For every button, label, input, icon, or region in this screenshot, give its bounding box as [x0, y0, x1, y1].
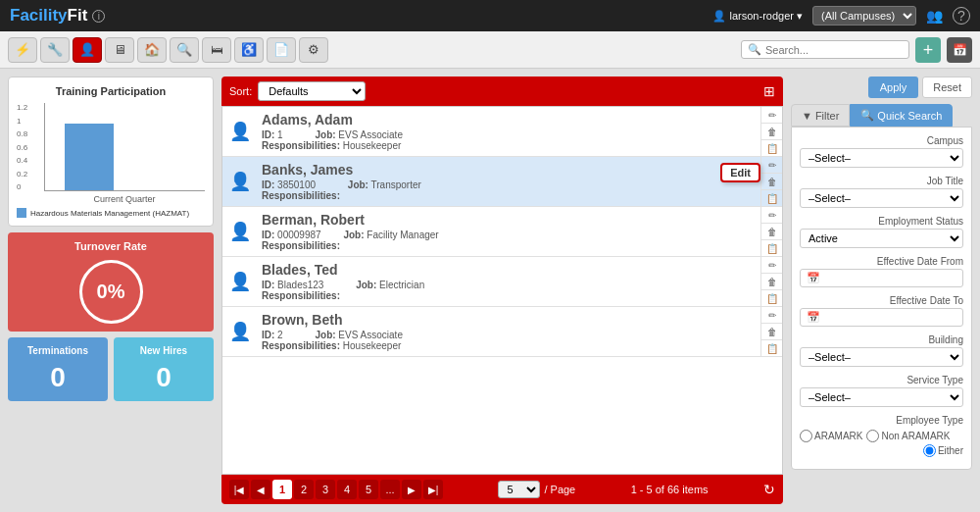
campus-select[interactable]: (All Campuses) [812, 6, 916, 26]
job-title-filter-select[interactable]: –Select– [800, 188, 963, 208]
service-type-select[interactable]: –Select– [800, 387, 963, 407]
edit-action-btn[interactable]: ✏ [761, 207, 782, 224]
effective-date-from-field: Effective Date From 📅 [800, 256, 963, 287]
first-page-btn[interactable]: |◀ [229, 480, 249, 499]
help-icon[interactable]: ? [953, 7, 970, 25]
turnover-card: Turnover Rate 0% [8, 232, 214, 332]
table-row: 👤 Adams, Adam ID: 1 Job: EVS Associate R… [222, 107, 782, 157]
add-button[interactable]: + [915, 37, 941, 63]
page-1-btn[interactable]: 1 [272, 480, 292, 499]
reset-button[interactable]: Reset [922, 77, 972, 98]
main-area: Training Participation 1.2 1 0.8 0.6 0.4… [0, 69, 980, 512]
apply-button[interactable]: Apply [868, 77, 919, 98]
employee-avatar: 👤 [222, 307, 258, 356]
toolbar-home-btn[interactable]: 🏠 [137, 37, 167, 63]
toolbar: ⚡ 🔧 👤 🖥 🏠 🔍 🛏 ♿ 📄 ⚙ 🔍 + 📅 [0, 31, 980, 69]
tab-quick-search[interactable]: 🔍 Quick Search [850, 104, 953, 127]
delete-action-btn[interactable]: 🗑 [761, 324, 782, 340]
chart-x-label: Current Quarter [44, 194, 205, 204]
more-action-btn[interactable]: 📋 [761, 340, 782, 356]
building-filter-field: Building –Select– [800, 334, 963, 367]
table-row: 👤 Banks, James ID: 3850100 Job: Transpor… [222, 157, 782, 207]
more-action-btn[interactable]: 📋 [761, 240, 782, 256]
more-action-btn[interactable]: 📋 [761, 140, 782, 156]
sort-area: Sort: Defaults [229, 81, 366, 101]
more-action-btn[interactable]: 📋 [761, 290, 782, 306]
delete-action-btn[interactable]: 🗑 [761, 174, 782, 190]
delete-action-btn[interactable]: 🗑 [761, 124, 782, 140]
calendar-button[interactable]: 📅 [947, 37, 972, 63]
sort-select[interactable]: Defaults [258, 81, 366, 101]
page-2-btn[interactable]: 2 [294, 480, 314, 499]
toolbar-tools-btn[interactable]: 🔧 [40, 37, 70, 63]
toolbar-gear-btn[interactable]: ⚙ [299, 37, 328, 63]
last-page-btn[interactable]: ▶| [423, 480, 443, 499]
employee-action-buttons: ✏ 🗑 📋 [760, 157, 782, 206]
page-dots-btn[interactable]: ... [380, 480, 400, 499]
tab-filter[interactable]: ▼ Filter [791, 104, 850, 127]
edit-action-btn[interactable]: ✏ [761, 307, 782, 324]
filter-body: Campus –Select– Job Title –Select– Emplo… [791, 127, 972, 470]
turnover-label: Turnover Rate [16, 240, 206, 252]
employee-type-filter-field: Employee Type ARAMARK Non ARAMARK Either [800, 415, 963, 457]
delete-action-btn[interactable]: 🗑 [761, 274, 782, 290]
page-5-btn[interactable]: 5 [359, 480, 378, 499]
refresh-btn[interactable]: ↻ [763, 482, 775, 497]
legend-color [17, 208, 26, 218]
chart-y-labels: 1.2 1 0.8 0.6 0.4 0.2 0 [17, 103, 27, 191]
toolbar-lightning-btn[interactable]: ⚡ [8, 37, 37, 63]
legend-text: Hazardous Materials Management (HAZMAT) [30, 209, 189, 218]
per-page-select[interactable]: 5 10 25 [498, 481, 540, 498]
toolbar-search-btn[interactable]: 🔍 [170, 37, 199, 63]
next-page-btn[interactable]: ▶ [402, 480, 421, 499]
employment-status-filter-field: Employment Status Active [800, 216, 963, 248]
toolbar-wheelchair-btn[interactable]: ♿ [234, 37, 264, 63]
user-menu[interactable]: 👤 larson-rodger ▾ [712, 10, 803, 23]
toolbar-doc-btn[interactable]: 📄 [267, 37, 296, 63]
employee-details: ID: 00009987 Job: Facility Manager [262, 230, 757, 240]
toolbar-monitor-btn[interactable]: 🖥 [105, 37, 134, 63]
search-input[interactable] [765, 44, 903, 56]
aramark-radio[interactable] [800, 430, 812, 442]
toolbar-person-btn[interactable]: 👤 [73, 37, 102, 63]
employment-status-select[interactable]: Active [800, 229, 963, 248]
page-4-btn[interactable]: 4 [337, 480, 357, 499]
contacts-icon[interactable]: 👥 [926, 8, 943, 24]
non-aramark-radio-label[interactable]: Non ARAMARK [866, 430, 950, 442]
either-radio[interactable] [923, 444, 936, 457]
employee-info: Berman, Robert ID: 00009987 Job: Facilit… [258, 207, 760, 256]
building-filter-select[interactable]: –Select– [800, 347, 963, 367]
non-aramark-radio[interactable] [866, 430, 879, 442]
filter-tabs: ▼ Filter 🔍 Quick Search [791, 104, 972, 127]
edit-action-btn[interactable]: ✏ [761, 257, 782, 274]
employee-type-radios: ARAMARK Non ARAMARK [800, 430, 963, 442]
campus-filter-field: Campus –Select– [800, 135, 963, 168]
edit-tooltip: Edit [720, 163, 760, 182]
campus-filter-select[interactable]: –Select– [800, 148, 963, 168]
maximize-button[interactable]: ⊞ [763, 83, 775, 99]
either-radio-label[interactable]: Either [800, 444, 963, 457]
table-row: 👤 Blades, Ted ID: Blades123 Job: Electri… [222, 257, 782, 307]
toolbar-bed-btn[interactable]: 🛏 [202, 37, 231, 63]
page-3-btn[interactable]: 3 [316, 480, 335, 499]
effective-date-to-label: Effective Date To [800, 295, 963, 306]
edit-action-btn[interactable]: ✏ [761, 157, 782, 174]
effective-date-to-btn[interactable]: 📅 [800, 308, 963, 327]
stats-row: Terminations 0 New Hires 0 [8, 337, 214, 401]
employee-responsibilities: Responsibilities: [262, 290, 757, 301]
employee-info: Adams, Adam ID: 1 Job: EVS Associate Res… [258, 107, 760, 156]
employee-action-buttons: ✏ 🗑 📋 [760, 307, 782, 356]
employee-avatar: 👤 [222, 107, 258, 156]
effective-date-from-btn[interactable]: 📅 [800, 269, 963, 287]
edit-action-btn[interactable]: ✏ [761, 107, 782, 124]
job-title-filter-field: Job Title –Select– [800, 176, 963, 208]
employee-name: Blades, Ted [262, 262, 757, 278]
more-action-btn[interactable]: 📋 [761, 190, 782, 206]
aramark-radio-label[interactable]: ARAMARK [800, 430, 862, 442]
employee-action-buttons: ✏ 🗑 📋 [760, 207, 782, 256]
training-chart-card: Training Participation 1.2 1 0.8 0.6 0.4… [8, 77, 214, 227]
campus-field-label: Campus [800, 135, 963, 146]
prev-page-btn[interactable]: ◀ [251, 480, 270, 499]
delete-action-btn[interactable]: 🗑 [761, 224, 782, 240]
sort-label: Sort: [229, 85, 252, 97]
